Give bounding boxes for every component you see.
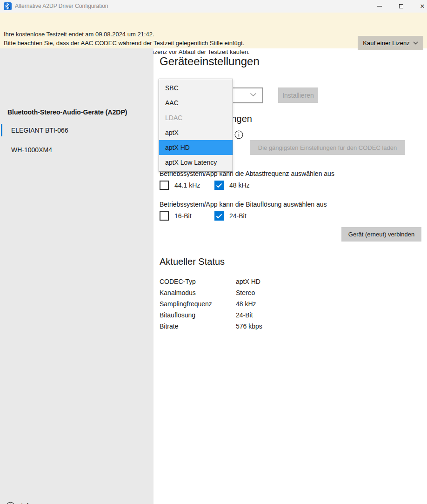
label-16-bit: 16-Bit bbox=[174, 212, 192, 220]
info-icon bbox=[5, 502, 15, 504]
page-title: Geräteeinstellungen bbox=[160, 55, 260, 68]
chevron-down-icon bbox=[250, 93, 257, 97]
sidebar-item-info[interactable]: Info bbox=[0, 499, 153, 504]
sidebar-header: Bluetooth-Stereo-Audio-Geräte (A2DP) bbox=[7, 108, 127, 116]
checkbox-24-bit[interactable] bbox=[214, 211, 224, 221]
dropdown-option-aptx-hd[interactable]: aptX HD bbox=[159, 140, 233, 155]
dropdown-option-aptx[interactable]: aptX bbox=[159, 125, 233, 140]
device-label: ELEGIANT BTI-066 bbox=[11, 127, 68, 134]
label-24-bit: 24-Bit bbox=[229, 212, 247, 220]
window-title: Alternative A2DP Driver Configuration bbox=[15, 3, 108, 9]
status-value-codec-typ: aptX HD bbox=[236, 278, 260, 285]
close-button[interactable]: ✕ bbox=[412, 0, 427, 13]
app-icon bbox=[4, 2, 12, 10]
status-label-codec-typ: CODEC-Typ bbox=[160, 278, 196, 285]
chevron-down-icon bbox=[413, 41, 418, 45]
reconnect-device-button[interactable]: Gerät (erneut) verbinden bbox=[341, 227, 421, 242]
status-value-samplingfrequenz: 48 kHz bbox=[236, 300, 256, 308]
device-sidebar: Bluetooth-Stereo-Audio-Geräte (A2DP) ELE… bbox=[0, 48, 153, 504]
minimize-icon bbox=[377, 6, 382, 7]
info-label: Info bbox=[21, 502, 32, 504]
status-label-bitrate: Bitrate bbox=[160, 323, 178, 330]
dropdown-option-aptx-low-latency[interactable]: aptX Low Latency bbox=[159, 155, 233, 170]
sidebar-item-elegiant-bti-066[interactable]: ELEGIANT BTI-066 bbox=[0, 123, 153, 137]
bit-depth-label: Betriebssystem/App kann die Bitauflösung… bbox=[160, 201, 327, 208]
trial-banner: Ihre kostenlose Testzeit endet am 09.08.… bbox=[0, 13, 427, 48]
info-icon[interactable] bbox=[234, 130, 243, 139]
check-icon bbox=[216, 183, 222, 188]
checkbox-44-1-khz[interactable] bbox=[160, 181, 169, 190]
maximize-icon bbox=[399, 4, 403, 8]
label-48-khz: 48 kHz bbox=[229, 181, 250, 189]
status-label-kanalmodus: Kanalmodus bbox=[160, 289, 196, 296]
checkbox-48-khz[interactable] bbox=[214, 181, 224, 190]
current-status-heading: Aktueller Status bbox=[160, 256, 225, 267]
install-button[interactable]: Installieren bbox=[278, 87, 318, 103]
dropdown-option-aac[interactable]: AAC bbox=[159, 95, 233, 110]
status-value-kanalmodus: Stereo bbox=[236, 289, 255, 296]
codec-dropdown-list: SBC AAC LDAC aptX aptX HD aptX Low Laten… bbox=[159, 79, 233, 172]
status-value-bitaufloesung: 24-Bit bbox=[236, 311, 253, 319]
device-label: WH-1000XM4 bbox=[11, 146, 52, 154]
close-icon: ✕ bbox=[420, 3, 425, 10]
dropdown-option-sbc[interactable]: SBC bbox=[159, 81, 233, 95]
trial-aac-notice: Bitte beachten Sie, dass der AAC CODEC w… bbox=[4, 40, 244, 47]
dropdown-option-ldac[interactable]: LDAC bbox=[159, 110, 233, 125]
check-icon bbox=[216, 214, 222, 219]
status-label-bitaufloesung: Bitauflösung bbox=[160, 311, 195, 319]
label-44-1-khz: 44.1 kHz bbox=[174, 181, 200, 189]
checkbox-16-bit[interactable] bbox=[160, 211, 169, 221]
buy-license-button[interactable]: Kauf einer Lizenz bbox=[358, 36, 423, 50]
title-bar: Alternative A2DP Driver Configuration ✕ bbox=[0, 0, 427, 13]
sidebar-item-wh-1000xm4[interactable]: WH-1000XM4 bbox=[0, 143, 153, 157]
selected-indicator bbox=[1, 124, 2, 136]
minimize-button[interactable] bbox=[369, 0, 390, 13]
maximize-button[interactable] bbox=[390, 0, 412, 13]
trial-end-text: Ihre kostenlose Testzeit endet am 09.08.… bbox=[4, 31, 154, 38]
load-defaults-button[interactable]: Die gängigsten Einstellungen für den COD… bbox=[250, 140, 405, 155]
buy-license-label: Kauf einer Lizenz bbox=[363, 40, 409, 47]
status-label-samplingfrequenz: Samplingfrequenz bbox=[160, 300, 212, 308]
status-value-bitrate: 576 kbps bbox=[236, 323, 262, 330]
